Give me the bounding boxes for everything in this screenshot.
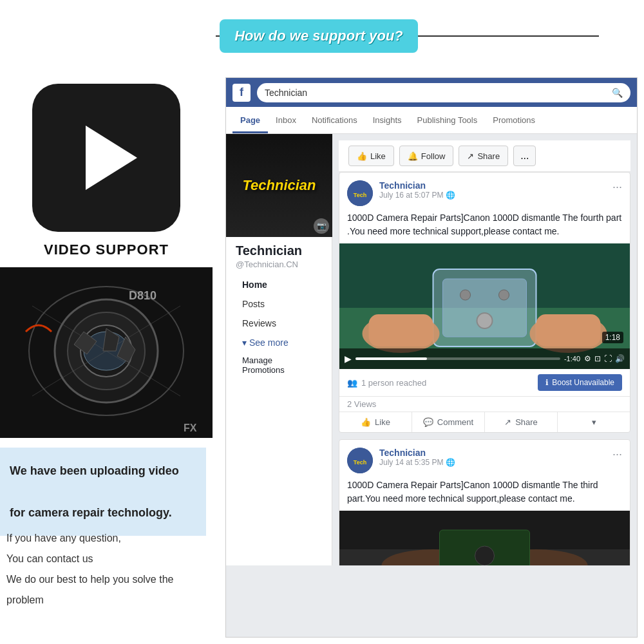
video-timestamp: 1:18 xyxy=(602,332,623,343)
svg-text:D810: D810 xyxy=(129,289,156,302)
tab-inbox[interactable]: Inbox xyxy=(268,109,304,133)
video-control-icons: ⚙ ⊡ ⛶ 🔊 xyxy=(584,354,625,363)
search-icon: 🔍 xyxy=(612,88,623,98)
camera-image-inner: D810 FX xyxy=(0,267,213,438)
tab-insights[interactable]: Insights xyxy=(365,109,410,133)
video-time-remaining: -1:40 xyxy=(564,355,580,363)
bell-icon: 🔔 xyxy=(408,151,418,161)
sidebar-item-see-more[interactable]: ▾ See more xyxy=(236,334,322,352)
follow-button[interactable]: 🔔 Follow xyxy=(399,146,454,166)
camera-icon[interactable]: 📷 xyxy=(314,218,329,234)
post1-video-thumb[interactable]: 1:18 ▶ -1:40 ⚙ ⊡ ⛶ 🔊 xyxy=(339,243,630,369)
video-controls: ▶ -1:40 ⚙ ⊡ ⛶ 🔊 xyxy=(339,348,630,369)
svg-point-21 xyxy=(499,290,509,300)
fb-post-2: Tech Technician July 14 at 5:35 PM 🌐 ···… xyxy=(339,439,630,565)
sidebar-item-reviews[interactable]: Reviews xyxy=(236,314,322,332)
text-box-blue: We have been uploading video for camera … xyxy=(0,448,206,536)
fb-feed: 👍 Like 🔔 Follow ↗ Share ... xyxy=(332,134,637,565)
fb-sidebar: Technician 📷 Technician @Technician.CN H… xyxy=(226,134,332,565)
post2-avatar: Tech xyxy=(347,448,373,473)
facebook-section: f Technician 🔍 Page Inbox Notifications … xyxy=(225,77,638,638)
fb-post-1: Tech Technician July 16 at 5:07 PM 🌐 ···… xyxy=(339,172,630,433)
post1-reached: 👥 1 person reached xyxy=(347,378,426,388)
tab-publishing-tools[interactable]: Publishing Tools xyxy=(410,109,486,133)
play-button[interactable]: ▶ xyxy=(345,354,352,364)
post1-video: 1:18 ▶ -1:40 ⚙ ⊡ ⛶ 🔊 xyxy=(339,243,630,369)
contact-line3: We do our best to help you solve the pro… xyxy=(6,574,173,605)
video-progress-bar[interactable] xyxy=(355,357,560,360)
like-thumb-icon: 👍 xyxy=(361,417,371,427)
volume-icon[interactable]: 🔊 xyxy=(615,354,625,363)
camera-svg: D810 FX xyxy=(0,267,213,438)
post1-share-action[interactable]: ↗ Share xyxy=(485,412,558,432)
svg-point-22 xyxy=(477,313,493,328)
contact-line1: If you have any question, xyxy=(6,533,121,544)
reached-text: 1 person reached xyxy=(361,378,426,388)
tab-page[interactable]: Page xyxy=(232,109,268,133)
fb-page-name: Technician xyxy=(236,243,322,258)
play-icon xyxy=(86,126,137,190)
post2-time-text: July 14 at 5:35 PM xyxy=(379,458,443,467)
tab-promotions[interactable]: Promotions xyxy=(485,109,543,133)
follow-label: Follow xyxy=(421,151,446,161)
left-section: VIDEO SUPPORT D810 xyxy=(0,0,216,644)
video-progress-fill xyxy=(355,357,427,360)
fb-page-info: Technician @Technician.CN Home Posts Rev… xyxy=(226,237,332,385)
more-button[interactable]: ... xyxy=(513,146,536,166)
post1-time-text: July 16 at 5:07 PM xyxy=(379,191,443,200)
manage-promotions-link[interactable]: Manage Promotions xyxy=(236,352,322,379)
share-arrow-icon: ↗ xyxy=(504,417,511,427)
svg-text:FX: FX xyxy=(184,422,197,433)
contact-line2: You can contact us xyxy=(6,553,93,564)
post1-like-label: Like xyxy=(375,417,390,427)
post2-text: 1000D Camera Repair Parts]Canon 1000D di… xyxy=(339,478,630,511)
fb-cover-area: Technician 📷 xyxy=(226,134,332,237)
tab-notifications[interactable]: Notifications xyxy=(304,109,365,133)
share-button[interactable]: ↗ Share xyxy=(459,146,508,166)
share-label: Share xyxy=(477,151,500,161)
post1-time: July 16 at 5:07 PM 🌐 xyxy=(379,191,606,200)
contact-section: If you have any question, You can contac… xyxy=(6,528,213,611)
fb-page-nav: Home Posts Reviews ▾ See more xyxy=(236,276,322,352)
boost-button[interactable]: ℹ Boost Unavailable xyxy=(538,374,622,391)
post2-more-button[interactable]: ··· xyxy=(612,448,622,461)
fb-topbar: f Technician 🔍 xyxy=(226,78,637,107)
post1-more-button[interactable]: ··· xyxy=(612,180,622,194)
post1-text: 1000D Camera Repair Parts]Canon 1000D di… xyxy=(339,211,630,243)
chevron-down-icon: ▾ xyxy=(242,337,247,348)
post1-meta: Technician July 16 at 5:07 PM 🌐 xyxy=(379,180,606,200)
sidebar-item-posts[interactable]: Posts xyxy=(236,295,322,313)
post2-author: Technician xyxy=(379,448,606,458)
post1-avatar: Tech xyxy=(347,180,373,206)
fb-page-cover-text: Technician xyxy=(242,177,316,194)
fb-search-bar[interactable]: Technician 🔍 xyxy=(257,83,630,102)
fb-actions-bar: 👍 Like 🔔 Follow ↗ Share ... xyxy=(339,140,630,172)
globe-icon-1: 🌐 xyxy=(446,191,455,200)
globe-icon-2: 🌐 xyxy=(446,458,455,467)
settings-icon[interactable]: ⚙ xyxy=(584,354,591,363)
post2-video-thumb[interactable] xyxy=(339,511,630,565)
post1-comment-action[interactable]: 💬 Comment xyxy=(412,412,485,432)
like-button[interactable]: 👍 Like xyxy=(348,146,394,166)
fullscreen-icon[interactable]: ⛶ xyxy=(604,354,612,363)
svg-text:Tech: Tech xyxy=(354,459,366,466)
share-icon: ↗ xyxy=(467,151,474,161)
post1-actions: 👍 Like 💬 Comment ↗ Share ▾ xyxy=(339,412,630,432)
post2-header: Tech Technician July 14 at 5:35 PM 🌐 ··· xyxy=(339,440,630,478)
post1-author: Technician xyxy=(379,180,606,191)
post1-comment-label: Comment xyxy=(437,417,473,427)
pip-icon[interactable]: ⊡ xyxy=(594,354,601,363)
header-title: How do we support you? xyxy=(220,19,418,53)
camera-image: D810 FX xyxy=(0,267,213,438)
like-icon: 👍 xyxy=(357,151,367,161)
text-box-line1: We have been uploading video xyxy=(10,464,179,477)
sidebar-item-home[interactable]: Home xyxy=(236,276,322,294)
text-box-line2: for camera repair technology. xyxy=(10,506,172,519)
svg-point-30 xyxy=(475,546,495,565)
post1-share-label: Share xyxy=(515,417,538,427)
see-more-label: See more xyxy=(249,337,289,348)
svg-rect-19 xyxy=(536,314,601,346)
svg-text:Tech: Tech xyxy=(354,192,366,198)
post1-more-action[interactable]: ▾ xyxy=(558,412,630,432)
post1-like-action[interactable]: 👍 Like xyxy=(339,412,412,432)
